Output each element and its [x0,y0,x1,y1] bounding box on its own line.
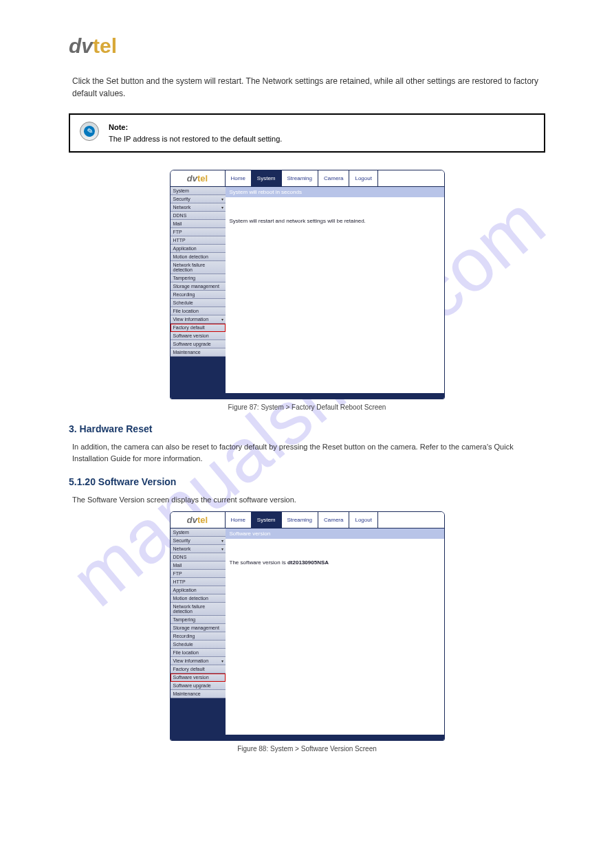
sidebar-item-security[interactable]: Security [171,195,226,203]
sidebar-item-file-location[interactable]: File location [171,307,226,315]
app-logo: dvtel [171,512,226,528]
tab-logout[interactable]: Logout [349,170,377,186]
app-header: dvtel HomeSystemStreamingCameraLogout [171,170,444,187]
tab-row: HomeSystemStreamingCameraLogout [226,512,444,528]
app-header: dvtel HomeSystemStreamingCameraLogout [171,512,444,528]
sidebar-item-motion-detection[interactable]: Motion detection [171,253,226,261]
sidebar-item-maintenance[interactable]: Maintenance [171,348,226,357]
tab-streaming[interactable]: Streaming [282,512,318,528]
note-icon: ✎ [80,122,99,141]
section-software-version-title: 5.1.20 Software Version [69,476,545,487]
sidebar-item-ddns[interactable]: DDNS [171,553,226,561]
sidebar-item-ftp[interactable]: FTP [171,570,226,578]
main-panel: Software version The software version is… [226,528,444,735]
version-value: dt20130905NSA [287,559,329,566]
panel-body: The software version is dt20130905NSA [226,539,444,586]
main-panel: System will reboot in seconds System wil… [226,187,444,393]
sidebar: SystemSecurityNetworkDDNSMailFTPHTTPAppl… [171,528,226,735]
sidebar-spacer [171,698,226,735]
tab-camera[interactable]: Camera [318,170,349,186]
tab-system[interactable]: System [252,512,282,528]
sidebar-item-recording[interactable]: Recording [171,291,226,299]
sidebar-item-network-failure-detection[interactable]: Network failure detection [171,603,226,616]
tab-camera[interactable]: Camera [318,512,349,528]
screenshot-software-version: dvtel HomeSystemStreamingCameraLogout Sy… [170,511,445,741]
tab-spacer [378,512,444,528]
sidebar-item-system[interactable]: System [171,187,226,195]
sidebar-item-schedule[interactable]: Schedule [171,641,226,649]
sidebar-item-software-upgrade[interactable]: Software upgrade [171,682,226,690]
app-logo: dvtel [171,170,226,186]
screenshot-factory-default: dvtel HomeSystemStreamingCameraLogout Sy… [170,170,445,399]
sidebar-item-system[interactable]: System [171,528,226,537]
sidebar-item-ddns[interactable]: DDNS [171,212,226,220]
tab-home[interactable]: Home [226,512,252,528]
sidebar-item-security[interactable]: Security [171,537,226,545]
sidebar-item-software-version[interactable]: Software version [171,674,226,682]
sidebar-item-tampering[interactable]: Tampering [171,274,226,282]
sidebar-item-network[interactable]: Network [171,545,226,553]
tab-logout[interactable]: Logout [349,512,377,528]
logo-dv: dv [69,34,93,57]
sidebar-item-storage-management[interactable]: Storage management [171,282,226,291]
sidebar-item-motion-detection[interactable]: Motion detection [171,594,226,603]
sidebar-item-software-version[interactable]: Software version [171,332,226,340]
sidebar-item-http[interactable]: HTTP [171,578,226,586]
sidebar-item-http[interactable]: HTTP [171,236,226,245]
sidebar-item-ftp[interactable]: FTP [171,228,226,236]
sidebar-item-recording[interactable]: Recording [171,632,226,641]
version-prefix: The software version is [230,559,287,566]
footer-bar [171,393,444,399]
logo-tel: tel [93,34,117,57]
sidebar-item-factory-default[interactable]: Factory default [171,324,226,332]
sidebar-item-software-upgrade[interactable]: Software upgrade [171,340,226,348]
sidebar-item-view-information[interactable]: View information [171,315,226,324]
page-logo: dvtel [69,34,545,58]
sidebar-item-maintenance[interactable]: Maintenance [171,690,226,698]
panel-body: System will restart and network settings… [226,197,444,245]
tab-home[interactable]: Home [226,170,252,186]
step3-body: In addition, the camera can also be rese… [72,441,545,464]
sidebar-item-mail[interactable]: Mail [171,220,226,228]
panel-title: Software version [226,528,444,539]
sidebar-item-file-location[interactable]: File location [171,649,226,657]
sidebar-item-network-failure-detection[interactable]: Network failure detection [171,261,226,274]
section-software-version-body: The Software Version screen displays the… [72,494,545,506]
tab-system[interactable]: System [252,170,282,186]
sidebar: SystemSecurityNetworkDDNSMailFTPHTTPAppl… [171,187,226,393]
sidebar-item-storage-management[interactable]: Storage management [171,624,226,632]
sidebar-item-view-information[interactable]: View information [171,657,226,665]
footer-bar [171,735,444,740]
sidebar-item-schedule[interactable]: Schedule [171,299,226,307]
sidebar-spacer [171,357,226,393]
sidebar-item-tampering[interactable]: Tampering [171,616,226,624]
tab-row: HomeSystemStreamingCameraLogout [226,170,444,186]
sidebar-item-network[interactable]: Network [171,203,226,212]
sidebar-item-application[interactable]: Application [171,586,226,594]
note-box: ✎ Note: The IP address is not restored t… [69,113,545,153]
note-body: Note: The IP address is not restored to … [109,122,282,144]
tab-streaming[interactable]: Streaming [282,170,318,186]
figure-caption-87: Figure 87: System > Factory Default Rebo… [69,403,545,411]
intro-paragraph: Click the Set button and the system will… [72,75,545,100]
figure-caption-88: Figure 88: System > Software Version Scr… [69,745,545,753]
tab-spacer [378,170,444,186]
note-label: Note: [109,123,128,131]
step3-title: 3. Hardware Reset [69,423,545,434]
sidebar-item-mail[interactable]: Mail [171,561,226,570]
note-text: The IP address is not restored to the de… [109,133,282,145]
panel-title: System will reboot in seconds [226,187,444,197]
sidebar-item-application[interactable]: Application [171,245,226,253]
sidebar-item-factory-default[interactable]: Factory default [171,665,226,674]
